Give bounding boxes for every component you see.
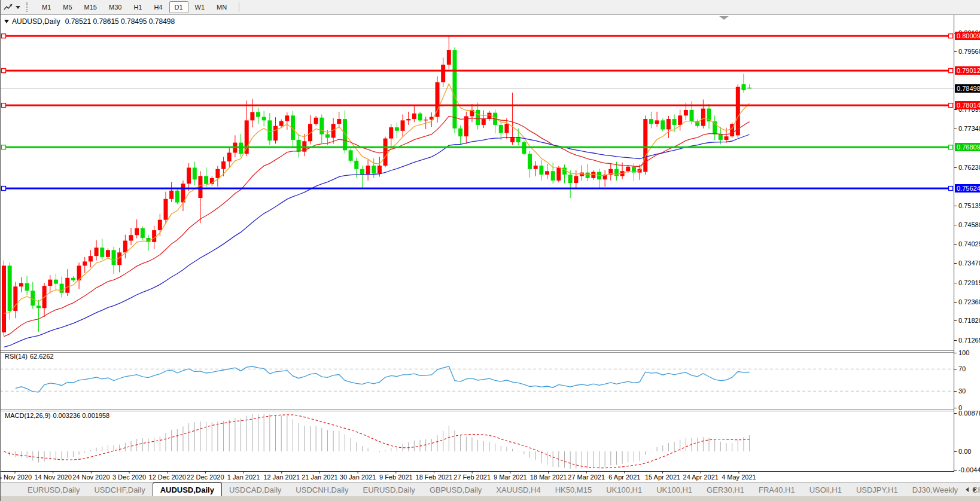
timeframe-button-m1[interactable]: M1 [36,1,56,13]
date-label-9-feb-2021: 9 Feb 2021 [379,473,413,481]
axis-tick-mark [954,225,957,225]
price-tick-0.79560: 0.79560 [958,48,980,55]
chart-tab-usdcnh-daily[interactable]: USDCNH,Daily [288,482,355,497]
line-anchor[interactable] [2,103,6,108]
chart-tab-usdchf-daily[interactable]: USDCHF,Daily [87,482,152,497]
line-anchor[interactable] [949,69,953,73]
timeframe-button-h4[interactable]: H4 [148,1,168,13]
date-label-12-jan-2021: 12 Jan 2021 [263,473,300,481]
chart-tab-eurusd-daily[interactable]: EURUSD,Daily [355,482,422,497]
axis-tick-mark [954,129,957,129]
line-anchor[interactable] [949,145,953,149]
date-label-22-dec-2020: 22 Dec 2020 [187,473,224,481]
macd-values: 0.003236 0.001958 [53,412,109,419]
chart-tab-fra40-h1[interactable]: FRA40,H1 [751,482,802,497]
date-label-27-feb-2021: 27 Feb 2021 [454,473,491,481]
price-line-badge-0.75624: 0.75624 [955,184,980,193]
chart-ohlc-values: 0.78521 0.78615 0.78495 0.78498 [65,17,175,26]
chevron-down-icon[interactable] [16,6,20,9]
chart-symbol: AUDUSD,Daily [12,17,60,26]
date-label-5-nov-2020: 5 Nov 2020 [0,473,32,481]
axis-tick-mark [954,244,957,245]
price-tick-0.73470: 0.73470 [958,259,980,267]
time-axis: 5 Nov 202014 Nov 202024 Nov 20203 Dec 20… [0,473,954,482]
timeframe-button-m5[interactable]: M5 [57,1,77,13]
chart-tab-ger30-h1[interactable]: GER30,H1 [699,482,751,497]
date-label-18-feb-2021: 18 Feb 2021 [416,473,453,481]
date-label-24-nov-2020: 24 Nov 2020 [72,473,109,481]
chart-tab-bar: EURUSD,DailyUSDCHF,DailyAUDUSD,DailyUSDC… [0,482,980,497]
date-label-18-mar-2021: 18 Mar 2021 [530,473,567,481]
price-line-badge-0.76809: 0.76809 [955,143,980,151]
line-anchor[interactable] [2,69,6,73]
macd-tick-0.00: 0.00 [958,448,971,455]
date-label-21-jan-2021: 21 Jan 2021 [302,473,338,481]
chart-tab-uk100-h1[interactable]: UK100,H1 [649,482,699,497]
macd-tick-0.008782: 0.008782 [958,410,980,417]
status-bar [0,496,980,501]
price-tick-0.72915: 0.72915 [958,279,980,286]
axis-tick-mark [954,283,957,283]
price-axis: 0.801000.795600.778950.773400.762300.751… [954,14,980,472]
line-anchor[interactable] [949,103,953,108]
timeframe-buttons: M1M5M15M30H1H4D1W1MN [36,0,233,14]
line-anchor[interactable] [2,187,6,191]
axis-tick-mark [954,302,957,303]
triangle-down-icon[interactable] [4,20,9,23]
chart-cursor-icon[interactable] [2,2,14,13]
toolbar-separator [239,2,239,12]
date-label-1-jan-2021: 1 Jan 2021 [227,473,260,481]
chart-title: AUDUSD,Daily 0.78521 0.78615 0.78495 0.7… [4,17,175,26]
date-label-27-mar-2021: 27 Mar 2021 [568,473,605,481]
macd-name: MACD(12,26,9) [5,412,50,419]
axis-tick-mark [954,340,957,341]
price-tick-0.71820: 0.71820 [958,317,980,324]
line-anchor[interactable] [2,34,6,38]
date-label-30-jan-2021: 30 Jan 2021 [340,473,376,481]
chart-tabs: EURUSD,DailyUSDCHF,DailyAUDUSD,DailyUSDC… [0,482,980,497]
chart-tab-dj30-weekly[interactable]: DJ30,Weekly [905,482,965,497]
chart-tab-usdcad-daily[interactable]: USDCAD,Daily [222,482,288,497]
rsi-tick-70: 70 [958,365,966,372]
triangle-right-icon[interactable] [973,487,976,492]
timeframe-button-m30[interactable]: M30 [104,1,127,13]
rsi-tick-mark [954,408,957,408]
chart-tab-audusd-daily[interactable]: AUDUSD,Daily [153,482,222,497]
timeframe-toolbar: M1M5M15M30H1H4D1W1MN [0,0,980,15]
line-anchor[interactable] [2,145,6,149]
chart-tab-uk100-h1[interactable]: UK100,H1 [599,482,649,497]
chart-tab-usoil-h1[interactable]: USOil,H1 [802,482,849,497]
date-label-3-dec-2020: 3 Dec 2020 [112,473,146,481]
timeframe-button-w1[interactable]: W1 [190,1,211,13]
price-tick-0.76230: 0.76230 [958,164,980,171]
price-tick-0.71265: 0.71265 [958,337,980,344]
timeframe-button-mn[interactable]: MN [211,1,232,13]
date-label-15-apr-2021: 15 Apr 2021 [645,473,680,481]
macd-tick-mark [954,451,957,452]
rsi-tick-mark [954,353,957,353]
price-tick-0.74580: 0.74580 [958,221,980,228]
timeframe-button-m15[interactable]: M15 [79,1,102,13]
tab-scroll-controls [966,482,976,497]
line-anchor[interactable] [949,187,953,191]
axis-tick-mark [954,320,957,321]
axis-tick-mark [954,263,957,264]
chart-tab-gbpusd-daily[interactable]: GBPUSD,Daily [422,482,489,497]
date-label-4-may-2021: 4 May 2021 [722,473,756,481]
rsi-label: RSI(14)62.6262 [5,353,56,360]
chart-tab-usdjpy-h1[interactable]: USDJPY,H1 [849,482,905,497]
line-anchor[interactable] [949,34,953,38]
price-tick-0.77340: 0.77340 [958,125,980,132]
chart-canvas[interactable] [0,14,954,476]
price-line-badge-0.78014: 0.78014 [955,101,980,109]
chart-tab-xauusd-h4[interactable]: XAUUSD,H4 [489,482,547,497]
chart-tab-hk50-m15[interactable]: HK50,M15 [548,482,599,497]
price-tick-0.74025: 0.74025 [958,240,980,248]
timeframe-button-d1[interactable]: D1 [169,1,188,13]
triangle-left-icon[interactable] [966,487,969,492]
chart-tab-eurusd-daily[interactable]: EURUSD,Daily [20,482,87,497]
timeframe-button-h1[interactable]: H1 [128,1,147,13]
price-tick-0.75135: 0.75135 [958,202,980,209]
rsi-tick-30: 30 [958,387,966,395]
axis-tick-mark [954,51,957,52]
